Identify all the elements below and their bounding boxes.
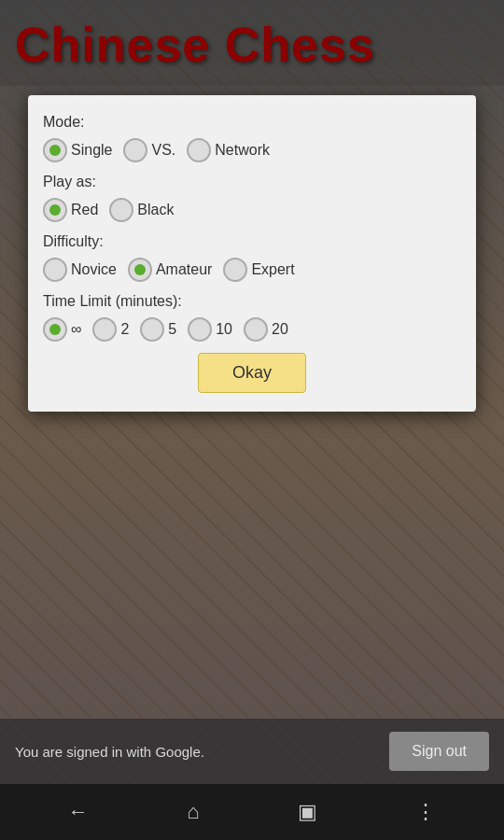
app-title: Chinese Chess — [15, 17, 489, 73]
difficulty-novice-radio[interactable] — [43, 258, 67, 282]
okay-button-wrapper: Okay — [43, 353, 461, 393]
time-5-radio[interactable] — [140, 317, 164, 342]
time-20-label: 20 — [272, 321, 288, 338]
time-2-label: 2 — [120, 321, 129, 338]
play-as-red-option[interactable]: Red — [43, 198, 98, 222]
mode-radio-group: Single VS. Network — [43, 138, 461, 162]
mode-vs-label: VS. — [151, 142, 175, 159]
difficulty-novice-label: Novice — [71, 261, 117, 278]
time-5-option[interactable]: 5 — [140, 317, 176, 342]
time-5-label: 5 — [168, 321, 176, 338]
difficulty-amateur-radio-dot — [134, 264, 146, 275]
time-2-radio[interactable] — [92, 317, 117, 342]
mode-vs-option[interactable]: VS. — [123, 138, 175, 162]
nav-bar: ← ⌂ ▣ ⋮ — [0, 784, 504, 840]
status-bar: You are signed in with Google. Sign out — [0, 719, 504, 784]
difficulty-expert-label: Expert — [251, 261, 294, 278]
difficulty-label: Difficulty: — [43, 233, 461, 250]
time-limit-label: Time Limit (minutes): — [43, 293, 461, 310]
recents-icon[interactable]: ▣ — [298, 800, 317, 824]
difficulty-amateur-radio[interactable] — [128, 258, 152, 282]
time-inf-option[interactable]: ∞ — [43, 317, 81, 342]
difficulty-amateur-label: Amateur — [156, 261, 212, 278]
difficulty-novice-option[interactable]: Novice — [43, 258, 117, 282]
mode-network-label: Network — [215, 142, 270, 159]
play-as-black-label: Black — [137, 202, 174, 218]
difficulty-expert-radio[interactable] — [223, 258, 247, 282]
time-10-option[interactable]: 10 — [188, 317, 232, 342]
play-as-red-radio[interactable] — [43, 198, 67, 222]
time-limit-radio-group: ∞ 2 5 10 20 — [43, 317, 461, 342]
title-bar: Chinese Chess — [0, 0, 504, 86]
time-inf-label: ∞ — [71, 321, 81, 338]
signed-in-text: You are signed in with Google. — [15, 744, 204, 760]
time-20-option[interactable]: 20 — [244, 317, 288, 342]
time-10-radio[interactable] — [188, 317, 212, 342]
settings-dialog: Mode: Single VS. Network Play as: Red Bl… — [28, 95, 476, 412]
difficulty-expert-option[interactable]: Expert — [223, 258, 294, 282]
difficulty-radio-group: Novice Amateur Expert — [43, 258, 461, 282]
play-as-red-radio-dot — [49, 204, 61, 216]
sign-out-button[interactable]: Sign out — [389, 732, 489, 771]
mode-network-option[interactable]: Network — [187, 138, 270, 162]
play-as-radio-group: Red Black — [43, 198, 461, 222]
mode-single-label: Single — [71, 142, 112, 159]
time-20-radio[interactable] — [244, 317, 268, 342]
play-as-label: Play as: — [43, 174, 461, 190]
mode-single-option[interactable]: Single — [43, 138, 112, 162]
time-10-label: 10 — [216, 321, 232, 338]
difficulty-amateur-option[interactable]: Amateur — [128, 258, 212, 282]
play-as-red-label: Red — [71, 202, 98, 218]
time-inf-radio-dot — [49, 324, 61, 335]
mode-label: Mode: — [43, 114, 461, 131]
mode-single-radio[interactable] — [43, 138, 67, 162]
okay-button[interactable]: Okay — [198, 353, 306, 393]
home-icon[interactable]: ⌂ — [187, 800, 199, 824]
menu-icon[interactable]: ⋮ — [415, 800, 436, 824]
mode-network-radio[interactable] — [187, 138, 211, 162]
play-as-black-radio[interactable] — [109, 198, 133, 222]
time-2-option[interactable]: 2 — [92, 317, 129, 342]
back-icon[interactable]: ← — [68, 800, 89, 824]
mode-single-radio-dot — [49, 145, 61, 156]
mode-vs-radio[interactable] — [123, 138, 147, 162]
time-inf-radio[interactable] — [43, 317, 67, 342]
play-as-black-option[interactable]: Black — [109, 198, 174, 222]
